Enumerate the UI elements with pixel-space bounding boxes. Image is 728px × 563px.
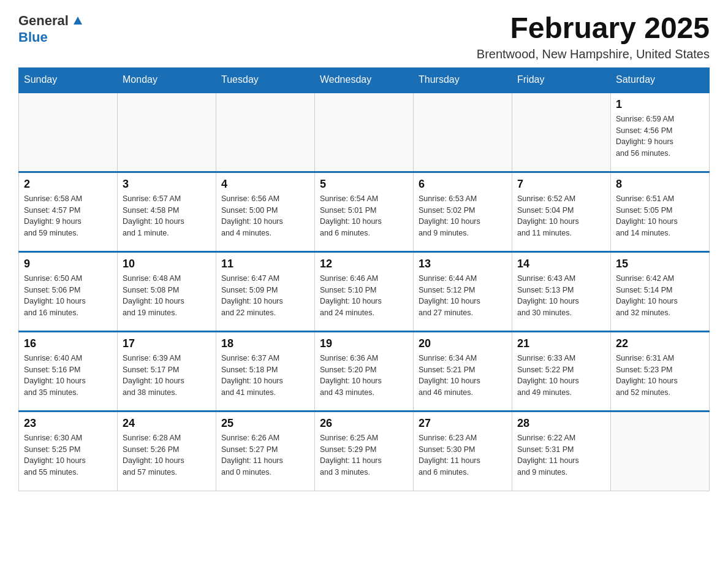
day-info: Sunrise: 6:43 AM Sunset: 5:13 PM Dayligh… bbox=[517, 273, 605, 319]
day-info: Sunrise: 6:51 AM Sunset: 5:05 PM Dayligh… bbox=[616, 193, 704, 239]
calendar-cell: 28Sunrise: 6:22 AM Sunset: 5:31 PM Dayli… bbox=[512, 411, 611, 491]
day-info: Sunrise: 6:54 AM Sunset: 5:01 PM Dayligh… bbox=[320, 193, 408, 239]
calendar-subtitle: Brentwood, New Hampshire, United States bbox=[477, 47, 710, 61]
weekday-header-row: SundayMondayTuesdayWednesdayThursdayFrid… bbox=[19, 67, 710, 92]
day-info: Sunrise: 6:50 AM Sunset: 5:06 PM Dayligh… bbox=[24, 273, 112, 319]
weekday-header-wednesday: Wednesday bbox=[315, 67, 414, 92]
day-number: 9 bbox=[24, 258, 112, 270]
day-number: 23 bbox=[24, 417, 112, 430]
day-number: 22 bbox=[616, 337, 704, 350]
day-number: 6 bbox=[419, 178, 507, 191]
day-number: 1 bbox=[616, 98, 704, 111]
calendar-cell bbox=[414, 92, 512, 172]
day-number: 5 bbox=[320, 178, 408, 191]
day-info: Sunrise: 6:26 AM Sunset: 5:27 PM Dayligh… bbox=[221, 432, 309, 478]
day-number: 2 bbox=[24, 178, 112, 191]
calendar-cell bbox=[118, 92, 216, 172]
day-info: Sunrise: 6:40 AM Sunset: 5:16 PM Dayligh… bbox=[24, 353, 112, 399]
day-number: 10 bbox=[123, 258, 211, 270]
calendar-cell: 7Sunrise: 6:52 AM Sunset: 5:04 PM Daylig… bbox=[512, 172, 611, 251]
day-info: Sunrise: 6:42 AM Sunset: 5:14 PM Dayligh… bbox=[616, 273, 704, 319]
day-number: 14 bbox=[517, 258, 605, 270]
calendar-cell bbox=[611, 411, 710, 491]
calendar-cell: 5Sunrise: 6:54 AM Sunset: 5:01 PM Daylig… bbox=[315, 172, 414, 251]
week-row-1: 2Sunrise: 6:58 AM Sunset: 4:57 PM Daylig… bbox=[19, 172, 710, 251]
calendar-cell: 1Sunrise: 6:59 AM Sunset: 4:56 PM Daylig… bbox=[611, 92, 710, 172]
calendar-cell: 2Sunrise: 6:58 AM Sunset: 4:57 PM Daylig… bbox=[19, 172, 118, 251]
day-info: Sunrise: 6:59 AM Sunset: 4:56 PM Dayligh… bbox=[616, 113, 704, 159]
day-number: 8 bbox=[616, 178, 704, 191]
day-info: Sunrise: 6:48 AM Sunset: 5:08 PM Dayligh… bbox=[123, 273, 211, 319]
calendar-cell: 21Sunrise: 6:33 AM Sunset: 5:22 PM Dayli… bbox=[512, 331, 611, 411]
calendar-cell: 22Sunrise: 6:31 AM Sunset: 5:23 PM Dayli… bbox=[611, 331, 710, 411]
calendar-cell: 8Sunrise: 6:51 AM Sunset: 5:05 PM Daylig… bbox=[611, 172, 710, 251]
svg-marker-0 bbox=[74, 17, 82, 25]
day-number: 15 bbox=[616, 258, 704, 270]
calendar-cell: 6Sunrise: 6:53 AM Sunset: 5:02 PM Daylig… bbox=[414, 172, 512, 251]
day-info: Sunrise: 6:28 AM Sunset: 5:26 PM Dayligh… bbox=[123, 432, 211, 478]
calendar-cell: 14Sunrise: 6:43 AM Sunset: 5:13 PM Dayli… bbox=[512, 251, 611, 331]
day-number: 13 bbox=[419, 258, 507, 270]
calendar-cell: 11Sunrise: 6:47 AM Sunset: 5:09 PM Dayli… bbox=[216, 251, 315, 331]
calendar-cell: 16Sunrise: 6:40 AM Sunset: 5:16 PM Dayli… bbox=[19, 331, 118, 411]
weekday-header-sunday: Sunday bbox=[19, 67, 118, 92]
day-info: Sunrise: 6:31 AM Sunset: 5:23 PM Dayligh… bbox=[616, 353, 704, 399]
day-info: Sunrise: 6:39 AM Sunset: 5:17 PM Dayligh… bbox=[123, 353, 211, 399]
calendar-cell: 3Sunrise: 6:57 AM Sunset: 4:58 PM Daylig… bbox=[118, 172, 216, 251]
calendar-cell: 15Sunrise: 6:42 AM Sunset: 5:14 PM Dayli… bbox=[611, 251, 710, 331]
calendar-cell bbox=[19, 92, 118, 172]
weekday-header-friday: Friday bbox=[512, 67, 611, 92]
day-info: Sunrise: 6:53 AM Sunset: 5:02 PM Dayligh… bbox=[419, 193, 507, 239]
calendar-cell bbox=[512, 92, 611, 172]
day-number: 3 bbox=[123, 178, 211, 191]
calendar-cell: 13Sunrise: 6:44 AM Sunset: 5:12 PM Dayli… bbox=[414, 251, 512, 331]
logo-general-text: General bbox=[18, 13, 69, 29]
calendar-cell: 24Sunrise: 6:28 AM Sunset: 5:26 PM Dayli… bbox=[118, 411, 216, 491]
calendar-cell: 17Sunrise: 6:39 AM Sunset: 5:17 PM Dayli… bbox=[118, 331, 216, 411]
day-info: Sunrise: 6:37 AM Sunset: 5:18 PM Dayligh… bbox=[221, 353, 309, 399]
day-number: 28 bbox=[517, 417, 605, 430]
weekday-header-saturday: Saturday bbox=[611, 67, 710, 92]
day-number: 21 bbox=[517, 337, 605, 350]
calendar-cell: 18Sunrise: 6:37 AM Sunset: 5:18 PM Dayli… bbox=[216, 331, 315, 411]
calendar-cell: 12Sunrise: 6:46 AM Sunset: 5:10 PM Dayli… bbox=[315, 251, 414, 331]
day-info: Sunrise: 6:52 AM Sunset: 5:04 PM Dayligh… bbox=[517, 193, 605, 239]
day-info: Sunrise: 6:47 AM Sunset: 5:09 PM Dayligh… bbox=[221, 273, 309, 319]
weekday-header-thursday: Thursday bbox=[414, 67, 512, 92]
day-info: Sunrise: 6:30 AM Sunset: 5:25 PM Dayligh… bbox=[24, 432, 112, 478]
day-number: 24 bbox=[123, 417, 211, 430]
week-row-3: 16Sunrise: 6:40 AM Sunset: 5:16 PM Dayli… bbox=[19, 331, 710, 411]
day-number: 12 bbox=[320, 258, 408, 270]
day-info: Sunrise: 6:36 AM Sunset: 5:20 PM Dayligh… bbox=[320, 353, 408, 399]
day-number: 7 bbox=[517, 178, 605, 191]
calendar-cell: 25Sunrise: 6:26 AM Sunset: 5:27 PM Dayli… bbox=[216, 411, 315, 491]
day-number: 25 bbox=[221, 417, 309, 430]
calendar-table: SundayMondayTuesdayWednesdayThursdayFrid… bbox=[18, 67, 710, 491]
calendar-cell: 20Sunrise: 6:34 AM Sunset: 5:21 PM Dayli… bbox=[414, 331, 512, 411]
day-info: Sunrise: 6:56 AM Sunset: 5:00 PM Dayligh… bbox=[221, 193, 309, 239]
logo-blue-text: Blue bbox=[18, 29, 48, 45]
calendar-cell bbox=[315, 92, 414, 172]
weekday-header-tuesday: Tuesday bbox=[216, 67, 315, 92]
day-number: 18 bbox=[221, 337, 309, 350]
day-info: Sunrise: 6:22 AM Sunset: 5:31 PM Dayligh… bbox=[517, 432, 605, 478]
calendar-cell: 23Sunrise: 6:30 AM Sunset: 5:25 PM Dayli… bbox=[19, 411, 118, 491]
calendar-cell: 4Sunrise: 6:56 AM Sunset: 5:00 PM Daylig… bbox=[216, 172, 315, 251]
day-info: Sunrise: 6:23 AM Sunset: 5:30 PM Dayligh… bbox=[419, 432, 507, 478]
day-number: 26 bbox=[320, 417, 408, 430]
day-info: Sunrise: 6:25 AM Sunset: 5:29 PM Dayligh… bbox=[320, 432, 408, 478]
day-number: 11 bbox=[221, 258, 309, 270]
day-number: 20 bbox=[419, 337, 507, 350]
day-number: 17 bbox=[123, 337, 211, 350]
title-section: February 2025 Brentwood, New Hampshire, … bbox=[477, 12, 710, 61]
page-header: General Blue February 2025 Brentwood, Ne… bbox=[18, 12, 710, 61]
week-row-2: 9Sunrise: 6:50 AM Sunset: 5:06 PM Daylig… bbox=[19, 251, 710, 331]
day-number: 19 bbox=[320, 337, 408, 350]
calendar-cell: 19Sunrise: 6:36 AM Sunset: 5:20 PM Dayli… bbox=[315, 331, 414, 411]
calendar-cell bbox=[216, 92, 315, 172]
calendar-cell: 10Sunrise: 6:48 AM Sunset: 5:08 PM Dayli… bbox=[118, 251, 216, 331]
day-info: Sunrise: 6:34 AM Sunset: 5:21 PM Dayligh… bbox=[419, 353, 507, 399]
logo-triangle-icon bbox=[71, 13, 85, 29]
calendar-title: February 2025 bbox=[477, 12, 710, 45]
day-info: Sunrise: 6:44 AM Sunset: 5:12 PM Dayligh… bbox=[419, 273, 507, 319]
